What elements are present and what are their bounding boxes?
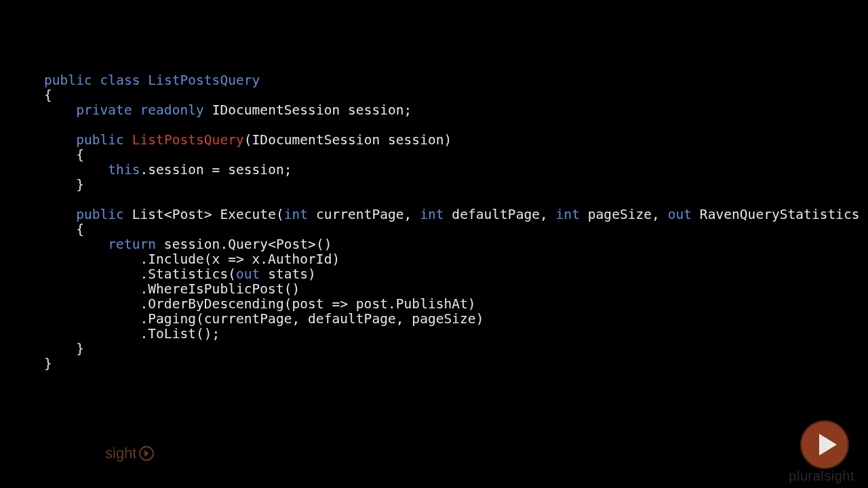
kw-this: this: [108, 162, 140, 178]
brace: {: [76, 147, 84, 163]
class-name: ListPostsQuery: [148, 73, 260, 88]
orderby-call: .OrderByDescending(post => post.PublishA…: [140, 296, 475, 312]
include-call: .Include(x => x.AuthorId): [140, 251, 340, 267]
field-decl: IDocumentSession session;: [212, 102, 412, 118]
kw-private: private: [76, 102, 132, 118]
brace: }: [76, 341, 84, 357]
method-sig-1: List<Post> Execute(: [132, 207, 284, 222]
pluralsight-mini-logo: sight: [105, 445, 154, 462]
method-sig-5: RavenQueryStatistics stats): [692, 207, 868, 222]
kw-readonly: readonly: [140, 102, 204, 118]
tolist-call: .ToList();: [140, 326, 220, 342]
brace: {: [44, 87, 52, 103]
brace: {: [76, 222, 84, 237]
method-sig-2: currentPage,: [308, 207, 420, 222]
logo-text: sight: [105, 445, 136, 462]
query-start: session.Query<Post>(): [156, 237, 332, 252]
method-sig-3: defaultPage,: [444, 207, 556, 222]
watermark-text: pluralsight: [789, 468, 854, 484]
where-call: .WhereIsPublicPost(): [140, 281, 300, 297]
kw-out: out: [236, 266, 260, 282]
kw-public: public: [44, 73, 92, 88]
constructor-name: ListPostsQuery: [132, 132, 244, 148]
stats-call-1: .Statistics(: [140, 266, 235, 282]
play-button[interactable]: [800, 420, 849, 469]
brace: }: [76, 177, 84, 192]
ctor-params: (IDocumentSession session): [244, 132, 452, 148]
kw-int: int: [420, 207, 443, 222]
code-block: public class ListPostsQuery { private re…: [44, 73, 868, 371]
stats-call-2: stats): [260, 266, 316, 282]
kw-class: class: [100, 73, 140, 88]
kw-public: public: [76, 207, 124, 222]
kw-int: int: [284, 207, 308, 222]
assign: .session = session;: [140, 162, 292, 178]
kw-return: return: [108, 237, 156, 252]
method-sig-4: pageSize,: [580, 207, 668, 222]
kw-public: public: [76, 132, 124, 148]
paging-call: .Paging(currentPage, defaultPage, pageSi…: [140, 311, 484, 327]
kw-int: int: [556, 207, 580, 222]
kw-out: out: [668, 207, 692, 222]
brace: }: [44, 356, 52, 371]
play-icon: [139, 446, 154, 461]
